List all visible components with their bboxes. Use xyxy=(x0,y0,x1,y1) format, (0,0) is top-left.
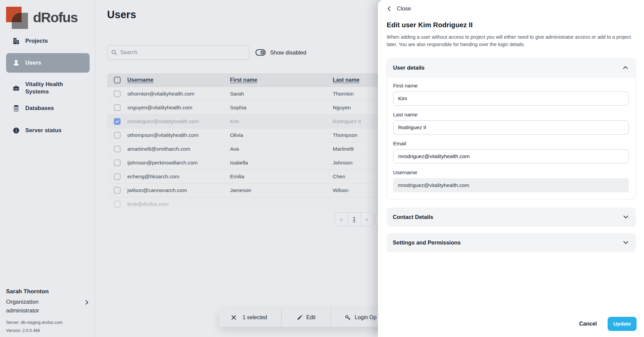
row-username: brok@drofus.com xyxy=(127,201,230,207)
list-controls: Show disabled xyxy=(107,45,306,60)
sidebar-item-organization[interactable]: Vitality Health Systems xyxy=(0,81,95,96)
account-menu-trigger[interactable]: Organization administrator xyxy=(6,298,90,315)
close-button[interactable]: Close xyxy=(387,5,417,12)
logo-text: dRofus xyxy=(33,10,77,26)
email-field[interactable] xyxy=(393,149,629,163)
pencil-icon xyxy=(297,315,302,321)
row-first-name: Sarah xyxy=(230,91,333,97)
sidebar-item-databases[interactable]: Databases xyxy=(0,101,95,116)
row-checkbox[interactable] xyxy=(114,104,121,111)
column-header-username[interactable]: Username xyxy=(127,77,230,83)
username-readonly-field: mrodriguez@vitalityhealth.com xyxy=(393,178,629,192)
selection-count: 1 selected xyxy=(243,314,267,321)
row-username: echeng@hksarch.com xyxy=(127,174,230,180)
page-title: Users xyxy=(107,9,136,21)
app-root: dRofus Projects Users Vitality Health Sy… xyxy=(0,0,644,337)
first-name-label: First name xyxy=(393,83,629,89)
show-disabled-label: Show disabled xyxy=(270,49,306,56)
user-details-title: User details xyxy=(393,65,425,71)
row-username: ijohnson@perkinswillarch.com xyxy=(127,160,230,166)
buildings-icon xyxy=(12,37,20,45)
contact-details-title: Contact Details xyxy=(393,214,433,220)
row-first-name: Kim xyxy=(230,118,333,124)
drofus-logo: dRofus xyxy=(0,0,95,28)
row-username: othompson@vitalityhealth.com xyxy=(127,132,230,138)
edit-user-panel: Close Edit user Kim Rodriguez II When ad… xyxy=(378,0,644,337)
row-username: jwilson@cannonarch.com xyxy=(127,187,230,193)
toggle-icon xyxy=(255,49,266,56)
key-icon xyxy=(345,314,351,321)
row-first-name: Isabella xyxy=(230,160,333,166)
chevron-up-icon xyxy=(623,66,628,69)
sidebar-item-server-status[interactable]: Server status xyxy=(0,123,95,138)
first-name-field[interactable] xyxy=(393,91,629,106)
row-checkbox[interactable] xyxy=(114,201,121,208)
row-checkbox[interactable] xyxy=(114,90,121,97)
edit-label: Edit xyxy=(306,314,316,321)
search-input[interactable] xyxy=(107,45,249,60)
user-details-section: User details First name Last name Email xyxy=(387,58,636,199)
row-username: snguyen@vitalityhealth.com xyxy=(127,105,230,111)
update-button[interactable]: Update xyxy=(608,317,637,331)
sidebar-item-label: Vitality Health Systems xyxy=(25,81,76,96)
clear-selection-icon[interactable] xyxy=(231,315,236,320)
briefcase-icon xyxy=(12,84,20,92)
pagination: < 1 > xyxy=(335,212,374,226)
current-page-button[interactable]: 1 xyxy=(348,213,361,226)
sidebar: dRofus Projects Users Vitality Health Sy… xyxy=(0,0,95,337)
sidebar-item-users[interactable]: Users xyxy=(6,53,90,73)
close-label: Close xyxy=(397,5,411,12)
login-options-label: Login Op xyxy=(355,314,377,321)
settings-permissions-title: Settings and Permissions xyxy=(393,239,461,246)
panel-footer: Cancel Update xyxy=(577,317,637,331)
last-name-field[interactable] xyxy=(393,120,629,135)
person-icon xyxy=(12,59,20,67)
row-first-name: Sophia xyxy=(230,105,333,111)
column-header-first-name[interactable]: First name xyxy=(230,77,333,83)
panel-title: Edit user Kim Rodriguez II xyxy=(387,21,636,29)
selection-action-bar: 1 selected Edit Login Op xyxy=(219,308,402,327)
chevron-left-icon xyxy=(387,6,391,11)
show-disabled-toggle[interactable]: Show disabled xyxy=(255,49,306,56)
row-checkbox[interactable] xyxy=(114,146,121,152)
row-first-name: Ava xyxy=(230,146,333,152)
prev-page-button[interactable]: < xyxy=(335,213,348,226)
row-checkbox[interactable] xyxy=(114,173,121,180)
contact-details-section[interactable]: Contact Details xyxy=(387,208,636,227)
panel-description: When adding a user without access to pro… xyxy=(387,33,632,48)
info-icon xyxy=(12,127,20,134)
settings-permissions-section[interactable]: Settings and Permissions xyxy=(387,233,636,252)
row-first-name: Emilia xyxy=(230,174,333,180)
edit-button[interactable]: Edit xyxy=(282,308,331,327)
sidebar-item-projects[interactable]: Projects xyxy=(0,34,95,48)
row-checkbox-checked[interactable] xyxy=(114,118,121,125)
select-all-checkbox[interactable] xyxy=(114,77,121,83)
cancel-button[interactable]: Cancel xyxy=(577,321,599,327)
row-checkbox[interactable] xyxy=(114,187,121,194)
row-username: mrodriguez@vitalityhealth.com xyxy=(127,118,230,124)
chevron-down-icon xyxy=(623,215,629,219)
last-name-label: Last name xyxy=(393,112,629,118)
server-info: Server: db-staging.drofus.com xyxy=(6,320,90,325)
current-user-name: Sarah Thornton xyxy=(6,288,90,295)
sidebar-user-block: Sarah Thornton Organization administrato… xyxy=(6,288,90,333)
user-details-header[interactable]: User details xyxy=(387,59,636,77)
row-checkbox[interactable] xyxy=(114,159,121,166)
sidebar-item-label: Projects xyxy=(25,38,48,44)
current-user-role: Organization administrator xyxy=(6,298,65,315)
username-label: Username xyxy=(393,170,629,176)
selection-segment: 1 selected xyxy=(219,308,282,327)
email-label: Email xyxy=(393,141,629,147)
database-icon xyxy=(12,105,20,112)
sidebar-item-label: Server status xyxy=(25,127,62,134)
row-first-name: Olivia xyxy=(230,132,333,138)
drofus-logo-icon xyxy=(6,5,28,28)
version-info: Version: 2.0.0.468 xyxy=(6,328,90,333)
row-username: amartinelli@smitharch.com xyxy=(127,146,230,152)
chevron-down-icon xyxy=(623,241,629,244)
next-page-button[interactable]: > xyxy=(361,213,373,226)
search-box xyxy=(107,45,249,60)
row-username: sthornton@vitalityhealth.com xyxy=(127,91,230,97)
search-icon xyxy=(111,49,117,57)
row-checkbox[interactable] xyxy=(114,132,121,139)
